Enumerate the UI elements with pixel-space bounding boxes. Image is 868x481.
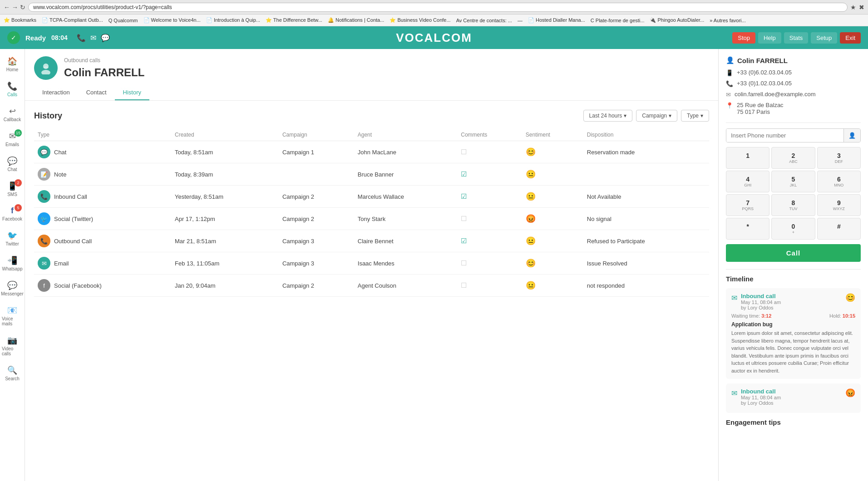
tab-interaction[interactable]: Interaction <box>34 85 78 100</box>
history-section: History Last 24 hours ▾ Campaign ▾ Type … <box>25 101 718 306</box>
call-button[interactable]: Call <box>726 244 861 262</box>
type-label: Social (Facebook) <box>54 282 102 289</box>
sentiment-cell: 😐 <box>522 163 583 186</box>
sidebar-item-voicemail[interactable]: 📧 Voice mails <box>0 302 25 330</box>
bookmark-hosted[interactable]: 📄 Hosted Dialler Mana... <box>528 17 585 23</box>
other-bookmarks[interactable]: » Autres favori... <box>710 18 745 23</box>
filter-campaign[interactable]: Campaign ▾ <box>636 110 677 122</box>
campaign-cell: Campaign 2 <box>279 208 354 230</box>
sidebar-label-voicemail: Voice mails <box>2 316 23 326</box>
brand-logo: VOCALCOM <box>396 31 472 45</box>
dialpad-grid: 12ABC3DEF4GHI5JKL6MNO7PQRS8TUV9WXYZ*0+# <box>726 147 861 240</box>
sidebar-item-chat[interactable]: 💬 Chat <box>0 152 25 176</box>
timeline-bug-title: Application bug <box>731 321 855 328</box>
history-table: Type Created Campaign Agent Comments Sen… <box>34 129 709 297</box>
exit-button[interactable]: Exit <box>840 32 861 44</box>
sidebar-label-callback: Callback <box>4 117 21 122</box>
comment-cell: ☑ <box>457 186 522 208</box>
disposition-cell: Issue Resolved <box>583 252 709 275</box>
bookmark-phingoo[interactable]: 🔌 Phingoo AutoDialer... <box>650 17 704 23</box>
type-label: Note <box>54 171 66 178</box>
pin-icon[interactable]: ✖ <box>859 4 864 11</box>
setup-button[interactable]: Setup <box>811 32 837 44</box>
bookmark-notifications[interactable]: 🔔 Notifications | Conta... <box>328 17 384 23</box>
sentiment-cell: 😐 <box>522 275 583 297</box>
sidebar-item-facebook[interactable]: 5 f Facebook <box>0 202 25 225</box>
sidebar-item-calls[interactable]: 📞 Calls <box>0 78 25 101</box>
bookmark-bizconf[interactable]: ⭐ Business Video Confe... <box>390 17 450 23</box>
right-phone2-row: 📞 +33 (0)1.02.03.04.05 <box>726 80 861 87</box>
sidebar-item-twitter[interactable]: 🐦 Twitter <box>0 227 25 250</box>
browser-bar: ← → ↻ www.vocalcom.com/procs/utilities/p… <box>0 0 868 15</box>
dialpad-key[interactable]: 6MNO <box>817 171 861 192</box>
timeline-sentiment: 😡 <box>845 388 855 398</box>
agent-cell: Claire Bennet <box>354 230 458 252</box>
phone-input-icon[interactable]: 👤 <box>843 129 860 142</box>
filter-type[interactable]: Type ▾ <box>681 110 709 122</box>
dialpad-key[interactable]: 0+ <box>771 218 815 240</box>
col-agent: Agent <box>354 129 458 141</box>
dialpad-key[interactable]: 3DEF <box>817 147 861 169</box>
chevron-down-icon-2: ▾ <box>669 113 671 119</box>
sidebar-item-whatsapp[interactable]: 📲 Whatsapp <box>0 252 25 275</box>
dialpad-key[interactable]: 4GHI <box>726 171 769 192</box>
sidebar-item-videocalls[interactable]: 📷 Video calls <box>0 332 25 360</box>
phone2-icon: 📞 <box>726 80 733 87</box>
dialpad-key[interactable]: 9WXYZ <box>817 194 861 216</box>
type-icon: 🐦 <box>38 212 50 225</box>
extensions-icon[interactable]: ★ <box>850 4 856 11</box>
twitter-icon: 🐦 <box>7 231 17 240</box>
dialpad-key[interactable]: 7PQRS <box>726 194 769 216</box>
type-icon: 📞 <box>38 235 50 247</box>
tab-history[interactable]: History <box>115 85 149 100</box>
dialpad-key[interactable]: 5JKL <box>771 171 815 192</box>
bookmark-tcpa[interactable]: 📄 TCPA-Compliant Outb... <box>42 17 103 23</box>
sidebar-item-search[interactable]: 🔍 Search <box>0 362 25 385</box>
history-title: History <box>34 111 62 121</box>
refresh-icon[interactable]: ↻ <box>20 4 25 11</box>
timeline-items: ✉ Inbound call May 11, 08:04 am by Lory … <box>726 288 861 413</box>
header-left: ✓ Ready 08:04 📞 ✉ 💬 <box>7 31 110 44</box>
sidebar-item-emails[interactable]: 15 ✉ Emails <box>0 128 25 151</box>
stop-button[interactable]: Stop <box>732 32 755 44</box>
bookmark-plate[interactable]: C Plate-forme de gesti... <box>591 18 645 23</box>
timeline-item-left: ✉ Inbound call May 11, 08:04 am by Lory … <box>731 388 781 406</box>
sidebar-item-callback[interactable]: ↩ Callback <box>0 103 25 126</box>
dialpad-key[interactable]: 1 <box>726 147 769 169</box>
timeline-type: Inbound call <box>741 388 781 395</box>
phone-input[interactable] <box>726 129 843 142</box>
comment-check: ☐ <box>461 281 467 289</box>
sentiment-cell: 😊 <box>522 252 583 275</box>
mail-icon[interactable]: ✉ <box>90 34 96 42</box>
forward-icon[interactable]: → <box>12 4 18 11</box>
sidebar-label-twitter: Twitter <box>5 241 19 246</box>
dialpad-key[interactable]: 2ABC <box>771 147 815 169</box>
bookmark-qualcomm[interactable]: Q Qualcomm <box>108 18 138 23</box>
url-bar[interactable]: www.vocalcom.com/procs/utilities/product… <box>28 3 848 12</box>
bookmark-voice4n[interactable]: 📄 Welcome to Voice4n... <box>143 17 201 23</box>
phone-icon[interactable]: 📞 <box>77 34 86 42</box>
sidebar-item-messenger[interactable]: 💬 Messenger <box>0 277 25 300</box>
dialpad-key[interactable]: 8TUV <box>771 194 815 216</box>
filter-time[interactable]: Last 24 hours ▾ <box>583 110 633 122</box>
browser-nav-icons: ← → ↻ <box>4 4 25 11</box>
sidebar-item-sms[interactable]: 2 📱 SMS <box>0 177 25 201</box>
chat-icon[interactable]: 💬 <box>101 34 110 42</box>
tab-contact[interactable]: Contact <box>78 85 115 100</box>
timeline-title: Timeline <box>726 275 861 283</box>
dialpad-key[interactable]: * <box>726 218 769 240</box>
bookmark-difference[interactable]: ⭐ The Difference Betw... <box>266 17 322 23</box>
sentiment-cell: 😐 <box>522 186 583 208</box>
bookmark-centre[interactable]: Av Centre de contacts: ... <box>456 18 512 23</box>
sidebar-label-emails: Emails <box>5 142 19 147</box>
bookmark-intro[interactable]: 📄 Introduction à Quip... <box>206 17 260 23</box>
agent-cell: John MacLane <box>354 141 458 163</box>
sidebar-item-home[interactable]: 🏠 Home <box>0 53 25 76</box>
table-row: 📞 Outbound Call Mar 21, 8:51am Campaign … <box>34 230 709 252</box>
right-address-row: 📍 25 Rue de Balzac 75 017 Paris <box>726 102 861 115</box>
stats-button[interactable]: Stats <box>784 32 809 44</box>
dialpad-key[interactable]: # <box>817 218 861 240</box>
main-layout: 🏠 Home 📞 Calls ↩ Callback 15 ✉ Emails 💬 … <box>0 49 868 481</box>
help-button[interactable]: Help <box>758 32 781 44</box>
back-icon[interactable]: ← <box>4 4 10 11</box>
